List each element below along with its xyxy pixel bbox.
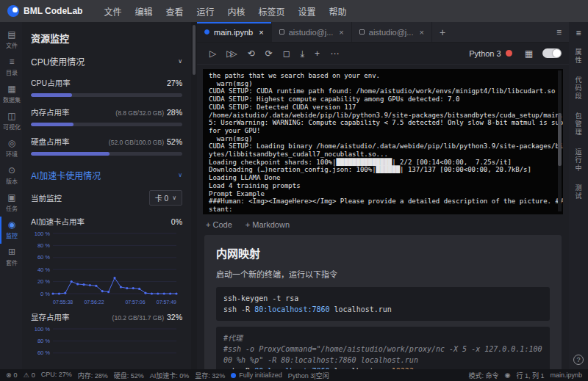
notebook-toolbar: ▷ ▷▷ ⟲ ⟳ ◻ ⤓ + ⋯ Python 3 ▦ bbox=[197, 43, 569, 65]
activity-bar: ▤ 文件 ≡ 目录 ▦ 数据集 ◫ 可视化 bbox=[0, 22, 22, 369]
right-panel-tab[interactable]: 运行中 bbox=[574, 148, 584, 173]
menu-item[interactable]: 文件 bbox=[97, 5, 128, 18]
markdown-cell[interactable]: 内网映射 启动一个新的终端，运行以下指令 ssh-keygen -t rsa s… bbox=[204, 235, 562, 369]
dataset-icon: ▦ bbox=[7, 84, 15, 94]
notebook-scroll-area: the paths that we search based on your e… bbox=[197, 65, 569, 369]
progress-bar bbox=[31, 123, 182, 126]
svg-text:100 %: 100 % bbox=[35, 326, 51, 333]
activity-bar-item[interactable]: ◫ 可视化 bbox=[0, 108, 22, 135]
right-panel-tab[interactable]: 代码段 bbox=[574, 76, 584, 101]
activity-bar-item[interactable]: ▣ 任务 bbox=[0, 189, 22, 217]
active-file: main.ipynb bbox=[550, 371, 582, 379]
menu-item[interactable]: 运行 bbox=[190, 5, 221, 18]
menu-item[interactable]: 内核 bbox=[221, 5, 252, 18]
editor-area: main.ipynb × aistudio@j... × aistudio@j. bbox=[197, 22, 569, 369]
help-icon[interactable]: ? bbox=[573, 355, 584, 365]
mode-indicator[interactable]: 模式: 命令 bbox=[469, 371, 499, 380]
code-line: localhost.run bbox=[330, 305, 392, 313]
output-line: CUDA SETUP: Highest compute capability a… bbox=[209, 95, 557, 104]
code-block-2: #代理 #ssh -o ProxyCommand="/home/aistudio… bbox=[216, 327, 550, 369]
activity-bar-item[interactable]: ▦ 数据集 bbox=[0, 81, 22, 108]
right-sidebar-tabs: 属性代码段包管理运行中测试 bbox=[574, 48, 584, 355]
editor-tab[interactable]: aistudio@j... × bbox=[352, 22, 432, 42]
resource-stat: AI加速卡: 0% bbox=[150, 371, 190, 380]
activity-bar-item[interactable]: ⊙ 版本 bbox=[0, 162, 22, 189]
init-status[interactable]: Fully initialized bbox=[231, 371, 282, 379]
errors-icon[interactable]: ⊗ bbox=[6, 371, 12, 379]
gpu-card-select[interactable]: 卡 0 ∨ bbox=[149, 190, 182, 206]
kernel-status[interactable]: Python 3|空闲 bbox=[288, 371, 329, 380]
gpu-section-header[interactable]: AI加速卡使用情况 ∨ bbox=[31, 169, 182, 181]
run-all-icon[interactable]: ▷▷ bbox=[221, 48, 242, 59]
new-tab-button[interactable]: + bbox=[432, 22, 453, 42]
code-line: ssh -R bbox=[223, 305, 254, 313]
warnings-icon[interactable]: ⚠ bbox=[24, 371, 29, 379]
editor-tab[interactable]: aistudio@j... × bbox=[272, 22, 352, 42]
code-comment: #代理 bbox=[223, 334, 243, 342]
more-actions-icon[interactable]: ⋯ bbox=[325, 48, 344, 59]
panel-scrollbar[interactable] bbox=[191, 22, 197, 369]
menu-item[interactable]: 设置 bbox=[292, 5, 323, 18]
menu-item[interactable]: 帮助 bbox=[323, 5, 354, 18]
activity-bar-item[interactable]: ▤ 文件 bbox=[0, 26, 22, 54]
md-subtitle: 启动一个新的终端，运行以下指令 bbox=[216, 268, 550, 280]
menu-item[interactable]: 编辑 bbox=[128, 5, 159, 18]
output-line: the paths that we search based on your e… bbox=[209, 72, 557, 80]
gpu-util-label: AI加速卡占用率 bbox=[31, 216, 85, 227]
grid-view-icon[interactable]: ▦ bbox=[520, 48, 538, 59]
notifications-icon[interactable]: ◉ bbox=[505, 371, 511, 379]
meter-detail: (52.0 GB/100.0 GB) bbox=[109, 139, 164, 146]
tab-list-menu-icon[interactable]: ≡ bbox=[549, 22, 569, 42]
add-cell-row: + Code + Markdown bbox=[203, 214, 563, 233]
refresh-icon[interactable]: ⟳ bbox=[260, 48, 278, 59]
panel-scrollbar-thumb[interactable] bbox=[193, 25, 196, 75]
kernel-name[interactable]: Python 3 bbox=[469, 49, 501, 58]
svg-text:60 %: 60 % bbox=[37, 254, 50, 261]
cursor-position[interactable]: 行 1, 列 1 bbox=[516, 371, 544, 380]
menu-item[interactable]: 标签页 bbox=[252, 5, 292, 18]
tab-list: main.ipynb × aistudio@j... × aistudio@j. bbox=[197, 22, 432, 42]
run-cell-icon[interactable]: ▷ bbox=[204, 48, 221, 59]
activity-bar-item[interactable]: ◎ 环境 bbox=[0, 135, 22, 162]
resource-stat: 显存: 32% bbox=[195, 371, 225, 380]
monitor-icon: ◉ bbox=[8, 220, 15, 230]
hamburger-menu-icon[interactable]: ≡ bbox=[576, 28, 581, 38]
stop-icon[interactable]: ◻ bbox=[278, 48, 295, 59]
code-comment: #ssh -o ProxyCommand="/home/aistudio/wor… bbox=[223, 345, 542, 364]
tab-bar: main.ipynb × aistudio@j... × aistudio@j. bbox=[197, 22, 569, 43]
progress-bar bbox=[31, 93, 182, 97]
activity-bar-item[interactable]: ◉ 监控 bbox=[0, 217, 22, 244]
bml-logo-icon bbox=[7, 5, 19, 17]
right-panel-tab[interactable]: 属性 bbox=[574, 48, 584, 65]
menu-item[interactable]: 查看 bbox=[159, 5, 190, 18]
code-line: ssh-keygen -t rsa bbox=[223, 294, 298, 302]
meter-percent: 52% bbox=[167, 137, 182, 146]
activity-bar-label: 任务 bbox=[6, 204, 18, 212]
svg-text:60 %: 60 % bbox=[37, 349, 50, 356]
status-dot-icon bbox=[231, 373, 236, 378]
meter-label: CPU占用率 bbox=[31, 77, 71, 88]
output-scrollbar[interactable] bbox=[558, 70, 562, 211]
meter-percent: 27% bbox=[167, 79, 182, 87]
activity-bar-label: 套件 bbox=[6, 258, 18, 266]
tab-close-icon[interactable]: × bbox=[259, 28, 263, 37]
add-markdown-button[interactable]: + Markdown bbox=[245, 220, 290, 229]
activity-bar-item[interactable]: ⊞ 套件 bbox=[0, 244, 22, 271]
tab-close-icon[interactable]: × bbox=[339, 28, 343, 37]
toggle-switch[interactable] bbox=[542, 48, 562, 58]
right-panel-tab[interactable]: 测试 bbox=[574, 184, 584, 200]
download-icon[interactable]: ⤓ bbox=[295, 48, 309, 59]
gpu-util-percent: 0% bbox=[171, 217, 182, 226]
tab-close-icon[interactable]: × bbox=[419, 28, 423, 37]
activity-bar-item[interactable]: ≡ 目录 bbox=[0, 54, 22, 81]
add-cell-icon[interactable]: + bbox=[309, 48, 325, 59]
restart-kernel-icon[interactable]: ⟲ bbox=[243, 48, 260, 59]
output-scrollbar-thumb[interactable] bbox=[558, 113, 562, 166]
right-panel-tab[interactable]: 包管理 bbox=[574, 112, 584, 137]
add-code-button[interactable]: + Code bbox=[206, 220, 232, 229]
editor-tab[interactable]: main.ipynb × bbox=[197, 22, 272, 42]
cpu-section-header[interactable]: CPU使用情况 ∨ bbox=[31, 55, 182, 68]
init-status-label: Fully initialized bbox=[239, 371, 282, 379]
menu-list: 文件编辑查看运行内核标签页设置帮助 bbox=[97, 5, 353, 18]
output-line: CUDA SETUP: Loading binary /home/aistudi… bbox=[209, 142, 557, 150]
